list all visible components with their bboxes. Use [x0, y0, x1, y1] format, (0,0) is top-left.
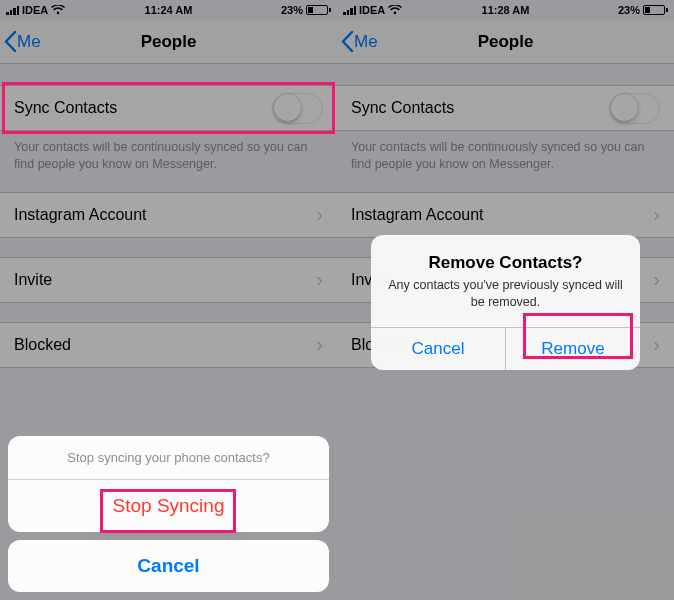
nav-bar: Me People	[337, 20, 674, 64]
sync-contacts-desc: Your contacts will be continuously synce…	[337, 131, 674, 173]
action-sheet: Stop syncing your phone contacts? Stop S…	[8, 436, 329, 592]
back-button[interactable]: Me	[341, 31, 378, 52]
clock: 11:24 AM	[145, 4, 193, 16]
instagram-account-row[interactable]: Instagram Account ›	[0, 192, 337, 238]
carrier-label: IDEA	[22, 4, 48, 16]
cancel-button[interactable]: Cancel	[8, 540, 329, 592]
sync-contacts-row[interactable]: Sync Contacts	[337, 85, 674, 131]
chevron-left-icon	[341, 31, 354, 52]
sync-contacts-toggle[interactable]	[609, 93, 660, 124]
status-bar: IDEA 11:24 AM 23%	[0, 0, 337, 20]
phone-right: IDEA 11:28 AM 23% Me People Sync Contact…	[337, 0, 674, 600]
alert-message: Any contacts you've previously synced wi…	[385, 277, 626, 311]
signal-icon	[6, 6, 19, 15]
clock: 11:28 AM	[482, 4, 530, 16]
chevron-right-icon: ›	[653, 203, 660, 226]
signal-icon	[343, 6, 356, 15]
sync-contacts-toggle[interactable]	[272, 93, 323, 124]
chevron-right-icon: ›	[653, 333, 660, 356]
battery-pct: 23%	[618, 4, 640, 16]
phone-left: IDEA 11:24 AM 23% Me People Sync Contact…	[0, 0, 337, 600]
chevron-right-icon: ›	[316, 268, 323, 291]
action-sheet-title: Stop syncing your phone contacts?	[8, 436, 329, 479]
battery-icon	[643, 5, 668, 15]
page-title: People	[478, 32, 534, 52]
chevron-right-icon: ›	[653, 268, 660, 291]
invite-label: Invite	[14, 271, 52, 289]
alert-cancel-button[interactable]: Cancel	[371, 328, 505, 370]
alert-remove-contacts: Remove Contacts? Any contacts you've pre…	[371, 235, 640, 370]
status-bar: IDEA 11:28 AM 23%	[337, 0, 674, 20]
wifi-icon	[51, 5, 65, 15]
stop-syncing-button[interactable]: Stop Syncing	[8, 479, 329, 532]
sync-contacts-row[interactable]: Sync Contacts	[0, 85, 337, 131]
nav-bar: Me People	[0, 20, 337, 64]
chevron-left-icon	[4, 31, 17, 52]
battery-pct: 23%	[281, 4, 303, 16]
instagram-account-row[interactable]: Instagram Account ›	[337, 192, 674, 238]
instagram-account-label: Instagram Account	[14, 206, 147, 224]
alert-remove-button[interactable]: Remove	[505, 328, 640, 370]
battery-icon	[306, 5, 331, 15]
carrier-label: IDEA	[359, 4, 385, 16]
instagram-account-label: Instagram Account	[351, 206, 484, 224]
blocked-row[interactable]: Blocked ›	[0, 322, 337, 368]
chevron-right-icon: ›	[316, 203, 323, 226]
page-title: People	[141, 32, 197, 52]
back-label: Me	[354, 32, 378, 52]
wifi-icon	[388, 5, 402, 15]
chevron-right-icon: ›	[316, 333, 323, 356]
sync-contacts-label: Sync Contacts	[351, 99, 454, 117]
sync-contacts-desc: Your contacts will be continuously synce…	[0, 131, 337, 173]
alert-title: Remove Contacts?	[385, 253, 626, 273]
sync-contacts-label: Sync Contacts	[14, 99, 117, 117]
back-label: Me	[17, 32, 41, 52]
back-button[interactable]: Me	[4, 31, 41, 52]
blocked-label: Blocked	[14, 336, 71, 354]
invite-row[interactable]: Invite ›	[0, 257, 337, 303]
